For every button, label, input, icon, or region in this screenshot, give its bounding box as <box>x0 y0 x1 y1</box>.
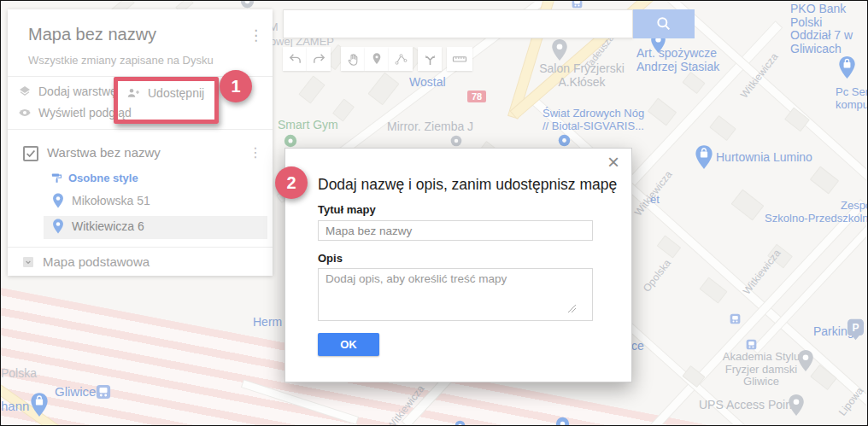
pan-hand-icon <box>346 52 361 67</box>
map-label-pko-bank: PKO Bank Polski Oddział 7 w Gliwicach <box>790 3 867 56</box>
map-label-akademia-stylu: Akademia Stylu Fryzjer damski Gliwice <box>713 351 809 388</box>
map-label-smart-gym: Smart Gym <box>278 119 338 132</box>
street-road <box>639 200 866 426</box>
place-label: Mikołowska 51 <box>72 194 150 207</box>
building <box>648 98 677 126</box>
redo-icon <box>312 52 326 67</box>
undo-icon <box>288 52 302 67</box>
add-marker-button[interactable] <box>365 47 389 71</box>
map-label-hann-fragment: hann <box>1 400 29 414</box>
bus-stop-2-icon <box>746 338 757 353</box>
collapse-arrow-icon <box>21 255 35 269</box>
map-label-gliwice-station: Gliwice <box>55 385 96 400</box>
draw-line-icon <box>394 52 408 67</box>
map-label-et-fragment: et <box>650 194 660 207</box>
individual-styles-label: Osobne style <box>68 172 138 184</box>
search-icon <box>655 15 672 32</box>
annotation-highlight-box <box>114 77 219 124</box>
map-label-swiat-zdrowych-nog: Świat Zdrowych Nóg // Biotal-SIGVARIS... <box>542 108 644 132</box>
map-label-polska-street: Polska <box>1 367 37 381</box>
map-menu-icon[interactable]: ⋮ <box>249 26 263 44</box>
map-pin-icon <box>52 219 64 234</box>
map-label-art-spozywcze: Art. spożywcze Andrzej Stasiak <box>636 47 719 73</box>
building <box>810 166 839 195</box>
close-icon[interactable]: × <box>607 152 619 172</box>
divider <box>8 247 273 248</box>
measure-button[interactable] <box>447 47 472 71</box>
parking-pin-icon: P <box>847 318 865 344</box>
map-label-herm-fragment: Herm <box>253 316 282 330</box>
textarea-resize-handle[interactable] <box>567 304 576 312</box>
bottom-marker-2-icon <box>555 417 570 426</box>
bus-stop-1-icon <box>730 312 741 328</box>
map-label-mirror-ziemba: Mirror. Ziemba J <box>387 120 473 134</box>
list-item-witkiewicza[interactable]: Witkiewicza 6 <box>52 219 144 234</box>
layer-menu-icon[interactable]: ⋮ <box>249 144 262 160</box>
hurtownia-pin-icon <box>695 144 713 173</box>
list-item-mikolowska[interactable]: Mikołowska 51 <box>52 193 150 208</box>
add-directions-button[interactable] <box>418 47 442 71</box>
map-label-pc-serwis: Pc Serwis komputerowy <box>836 86 868 111</box>
place-label: Witkiewicza 6 <box>72 219 144 233</box>
map-label-zespol-szkolno: Zespół Szkolno-Przedszkolny <box>746 200 868 225</box>
bottom-marker-1-icon <box>455 419 466 426</box>
hann-pin-icon <box>30 392 49 421</box>
map-title-input[interactable] <box>318 220 593 241</box>
individual-styles-link[interactable]: Osobne style <box>50 172 138 184</box>
pan-button[interactable] <box>341 47 365 71</box>
building <box>709 115 736 141</box>
search-input[interactable] <box>283 9 633 38</box>
annotation-step-2: 2 <box>275 166 308 199</box>
checkbox-check-icon <box>25 148 37 160</box>
add-directions-icon <box>423 52 437 67</box>
map-label-ups-access-point: UPS Access Point <box>699 399 795 412</box>
map-pin-icon <box>52 193 64 208</box>
gliwice-train-icon-icon <box>96 384 111 403</box>
map-label-road-78-badge: 78 <box>467 90 486 102</box>
map-label-lipowa-street: Lipowa <box>837 386 866 418</box>
building <box>784 108 810 132</box>
description-textarea[interactable] <box>318 268 593 321</box>
divider <box>8 129 273 130</box>
measure-icon <box>452 51 467 67</box>
share-name-dialog: × Dodaj nazwę i opis, zanim udostępnisz … <box>284 148 632 382</box>
layer-checkbox[interactable] <box>23 146 38 161</box>
paint-roller-icon <box>50 172 63 184</box>
map-label-hurtownia-lumino: Hurtownia Lumino <box>716 151 812 165</box>
map-label-wostal: Wostal <box>409 76 446 90</box>
description-label: Opis <box>318 252 343 265</box>
draw-line-button[interactable] <box>389 47 413 71</box>
layers-icon <box>18 85 32 98</box>
pc-serwis-pin-icon <box>838 55 856 83</box>
building <box>367 73 399 106</box>
sidebar-panel: Mapa bez nazwy ⋮ Wszystkie zmiany zapisa… <box>8 9 273 276</box>
add-layer-button[interactable]: Dodaj warstwę <box>18 85 117 98</box>
building <box>682 72 705 94</box>
svg-text:P: P <box>852 322 859 334</box>
map-title: Mapa bez nazwy <box>28 25 156 44</box>
autosave-status: Wszystkie zmiany zapisane na Dysku <box>28 54 214 67</box>
layer-name[interactable]: Warstwa bez nazwy <box>47 145 161 160</box>
base-map-row[interactable]: Mapa podstawowa <box>21 254 150 269</box>
map-label-salon-fryzjerski: Salon Fryzjerski A.Kłósek <box>536 62 628 89</box>
building <box>298 75 325 103</box>
search-button[interactable] <box>633 9 695 38</box>
akademia-pin-icon <box>797 349 814 376</box>
annotation-step-1: 1 <box>220 70 252 102</box>
map-label-opolska-street: Opolska <box>642 258 674 295</box>
add-marker-icon <box>370 52 384 66</box>
building <box>657 235 682 258</box>
dialog-title: Dodaj nazwę i opis, zanim udostępnisz ma… <box>318 176 617 194</box>
redo-button[interactable] <box>307 47 331 71</box>
ups-pin-icon <box>788 394 805 420</box>
building <box>699 277 727 303</box>
my-maps-app: d Mysłowej ZAMEPWostalSalon Fryzjerski A… <box>0 0 868 426</box>
search-bar <box>283 9 695 38</box>
ok-button[interactable]: OK <box>318 333 379 356</box>
eye-icon <box>18 106 32 120</box>
undo-button[interactable] <box>283 47 307 71</box>
map-title-label: Tytuł mapy <box>318 203 376 216</box>
salon-pin-icon <box>551 38 568 65</box>
map-label-ce-fragment: ce <box>631 340 644 353</box>
add-layer-label: Dodaj warstwę <box>38 85 117 98</box>
